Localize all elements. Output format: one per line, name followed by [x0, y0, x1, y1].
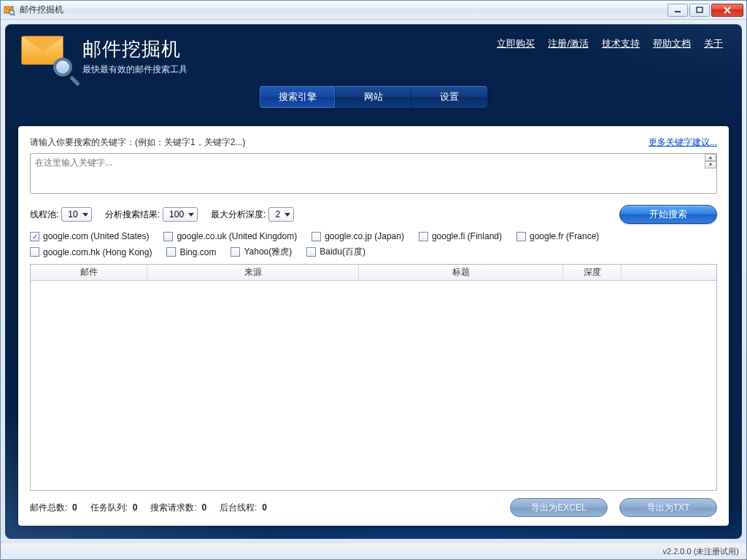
bg-threads-label: 后台线程: — [220, 502, 257, 513]
keyword-prompt: 请输入你要搜索的关键字：(例如：关键字1，关键字2...) — [30, 136, 245, 149]
content-panel: 请输入你要搜索的关键字：(例如：关键字1，关键字2...) 更多关键字建议...… — [18, 126, 729, 526]
engine-option[interactable]: Bing.com — [166, 246, 216, 258]
app-icon — [4, 4, 15, 16]
engine-label: Bing.com — [179, 247, 216, 257]
docs-link[interactable]: 帮助文档 — [653, 37, 691, 50]
checkbox-icon[interactable] — [311, 232, 321, 241]
engine-option[interactable]: google.com (United States) — [30, 231, 149, 241]
chevron-down-icon — [82, 213, 88, 217]
keyword-spin-up[interactable]: ▲ — [705, 154, 716, 161]
window-title: 邮件挖掘机 — [20, 4, 63, 16]
col-source[interactable]: 来源 — [147, 265, 359, 280]
app-subtitle: 最快最有效的邮件搜索工具 — [82, 63, 187, 76]
engine-label: google.fi (Finland) — [432, 231, 502, 241]
engine-option[interactable]: google.fi (Finland) — [419, 231, 502, 241]
export-txt-button[interactable]: 导出为TXT — [619, 498, 717, 517]
header-links: 立即购买 注册/激活 技术支持 帮助文档 关于 — [497, 37, 723, 50]
engine-label: google.co.uk (United Kingdom) — [177, 231, 297, 241]
brand-logo — [21, 36, 74, 77]
tab-settings[interactable]: 设置 — [411, 86, 487, 108]
thread-pool-value: 10 — [68, 209, 77, 219]
checkbox-icon[interactable] — [30, 247, 39, 257]
col-title[interactable]: 标题 — [359, 265, 563, 280]
keyword-spin-down[interactable]: ▼ — [705, 161, 716, 168]
start-search-button[interactable]: 开始搜索 — [619, 205, 717, 224]
requests-label: 搜索请求数: — [150, 502, 196, 513]
requests-value: 0 — [201, 502, 206, 513]
engines-group: google.com (United States)google.co.uk (… — [30, 231, 717, 258]
chevron-down-icon — [188, 213, 194, 217]
queue-label: 任务队列: — [90, 502, 128, 513]
thread-pool-label: 线程池: — [30, 209, 58, 221]
app-window: 邮件挖掘机 邮件挖掘机 最快最有效的邮件搜索工具 — [0, 0, 747, 560]
total-emails-label: 邮件总数: — [30, 502, 67, 513]
tab-search-engine[interactable]: 搜索引擎 — [260, 86, 336, 108]
maximize-button[interactable] — [689, 4, 710, 17]
col-email[interactable]: 邮件 — [31, 265, 147, 280]
status-row: 邮件总数: 0 任务队列: 0 搜索请求数: 0 后台线程: 0 导出为EXCE… — [30, 498, 717, 517]
register-link[interactable]: 注册/激活 — [548, 37, 589, 50]
results-table: 邮件 来源 标题 深度 — [30, 264, 717, 491]
titlebar: 邮件挖掘机 — [1, 1, 746, 20]
more-keywords-link[interactable]: 更多关键字建议... — [649, 136, 717, 149]
engine-option[interactable]: Baidu(百度) — [306, 246, 365, 258]
buy-now-link[interactable]: 立即购买 — [497, 37, 535, 50]
max-depth-value: 2 — [275, 209, 280, 219]
chevron-down-icon — [285, 213, 290, 217]
engine-label: google.com.hk (Hong Kong) — [43, 247, 152, 257]
col-depth[interactable]: 深度 — [563, 265, 622, 280]
engine-label: google.fr (France) — [530, 231, 599, 241]
svg-line-2 — [13, 14, 15, 15]
magnifier-icon — [53, 58, 78, 82]
max-depth-select[interactable]: 2 — [268, 207, 294, 222]
checkbox-icon[interactable] — [306, 247, 316, 257]
analyze-results-select[interactable]: 100 — [163, 207, 198, 222]
checkbox-icon[interactable] — [231, 247, 240, 257]
engine-option[interactable]: google.com.hk (Hong Kong) — [30, 246, 152, 258]
minimize-button[interactable] — [667, 4, 688, 17]
bg-threads-value: 0 — [262, 502, 267, 513]
about-link[interactable]: 关于 — [704, 37, 723, 50]
tab-website[interactable]: 网站 — [336, 86, 411, 108]
queue-value: 0 — [133, 502, 138, 513]
engine-label: Yahoo(雅虎) — [244, 246, 292, 258]
tabs-row: 搜索引擎 网站 设置 — [5, 85, 742, 109]
total-emails-value: 0 — [72, 502, 77, 513]
brand-row: 邮件挖掘机 最快最有效的邮件搜索工具 — [5, 24, 742, 79]
svg-rect-4 — [697, 7, 703, 12]
engine-option[interactable]: google.co.jp (Japan) — [311, 231, 404, 241]
support-link[interactable]: 技术支持 — [602, 37, 640, 50]
main-area: 邮件挖掘机 最快最有效的邮件搜索工具 立即购买 注册/激活 技术支持 帮助文档 … — [5, 24, 742, 539]
col-extra[interactable] — [622, 265, 716, 280]
table-header: 邮件 来源 标题 深度 — [31, 265, 716, 281]
table-body[interactable] — [31, 281, 716, 490]
analyze-results-label: 分析搜索结果: — [105, 209, 160, 221]
version-label: v2.2.0.0 (未注册试用) — [662, 546, 739, 557]
checkbox-icon[interactable] — [163, 232, 173, 241]
engine-option[interactable]: google.fr (France) — [516, 231, 599, 241]
checkbox-icon[interactable] — [30, 232, 39, 241]
close-button[interactable] — [711, 4, 743, 17]
svg-point-1 — [9, 9, 14, 14]
engine-label: Baidu(百度) — [320, 246, 365, 258]
max-depth-label: 最大分析深度: — [211, 209, 266, 221]
checkbox-icon[interactable] — [419, 232, 428, 241]
engine-label: google.co.jp (Japan) — [325, 231, 404, 241]
keyword-input[interactable] — [30, 153, 717, 194]
app-title: 邮件挖掘机 — [82, 36, 187, 62]
engine-option[interactable]: Yahoo(雅虎) — [231, 246, 292, 258]
analyze-results-value: 100 — [169, 209, 184, 219]
thread-pool-select[interactable]: 10 — [61, 207, 91, 222]
footer-bar: v2.2.0.0 (未注册试用) — [1, 543, 746, 559]
checkbox-icon[interactable] — [166, 247, 176, 257]
engine-option[interactable]: google.co.uk (United Kingdom) — [163, 231, 297, 241]
engine-label: google.com (United States) — [43, 231, 149, 241]
checkbox-icon[interactable] — [516, 232, 526, 241]
export-excel-button[interactable]: 导出为EXCEL — [510, 498, 608, 517]
